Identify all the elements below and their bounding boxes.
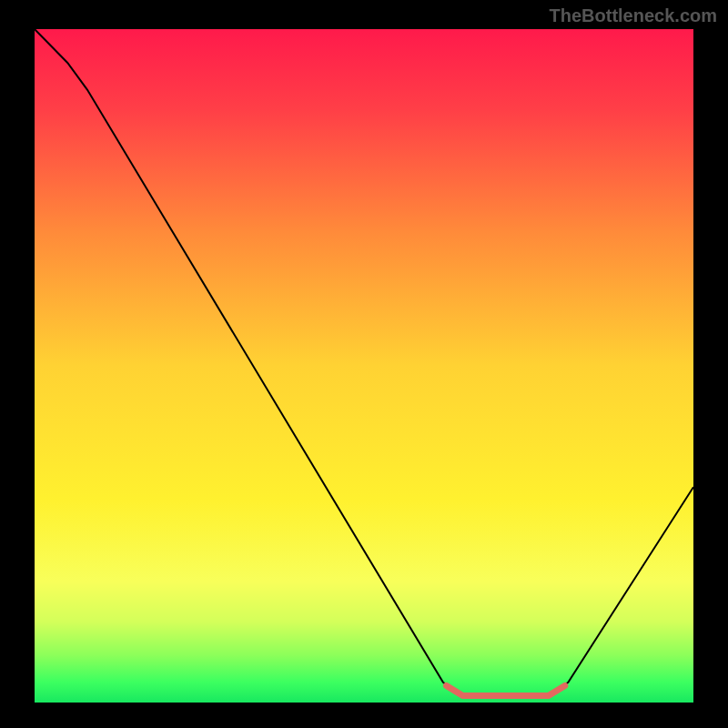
gradient-background	[35, 29, 693, 703]
plot-area	[35, 29, 693, 703]
chart-svg	[35, 29, 693, 703]
chart-frame: TheBottleneck.com	[0, 0, 728, 728]
watermark-text: TheBottleneck.com	[550, 5, 717, 26]
